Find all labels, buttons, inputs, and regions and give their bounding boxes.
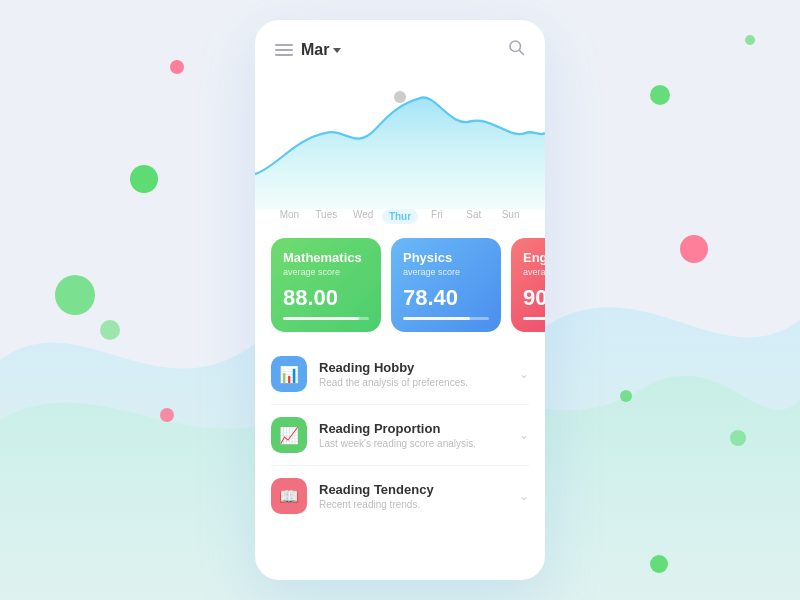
bubble-5 <box>745 35 755 45</box>
score-card-red[interactable]: Eng avera 90. <box>511 238 545 332</box>
list-subtitle-reading-proportion: Last week's reading score analysis. <box>319 438 519 449</box>
score-value-1: 78.40 <box>403 285 489 311</box>
score-bar-2 <box>523 317 545 320</box>
score-avg-label-0: average score <box>283 267 369 277</box>
list-subtitle-reading-hobby: Read the analysis of preferences. <box>319 377 519 388</box>
score-value-2: 90. <box>523 285 545 311</box>
chevron-down-icon <box>333 48 341 53</box>
day-labels: MonTuesWedThurFriSatSun <box>255 209 545 224</box>
list-icon-reading-proportion: 📈 <box>271 417 307 453</box>
day-label-mon[interactable]: Mon <box>271 209 308 224</box>
score-cards: Mathematics average score 88.00 Physics … <box>255 230 545 340</box>
bubble-10 <box>650 555 668 573</box>
score-avg-label-2: avera <box>523 267 545 277</box>
bubble-4 <box>650 85 670 105</box>
list-title-reading-proportion: Reading Proportion <box>319 421 519 436</box>
day-label-fri[interactable]: Fri <box>418 209 455 224</box>
list-icon-reading-tendency: 📖 <box>271 478 307 514</box>
bubble-1 <box>130 165 158 193</box>
month-selector[interactable]: Mar <box>301 41 341 59</box>
list-text-reading-proportion: Reading Proportion Last week's reading s… <box>319 421 519 449</box>
score-value-0: 88.00 <box>283 285 369 311</box>
list-text-reading-hobby: Reading Hobby Read the analysis of prefe… <box>319 360 519 388</box>
list-chevron-reading-hobby: ⌄ <box>519 367 529 381</box>
bubble-9 <box>730 430 746 446</box>
list-chevron-reading-proportion: ⌄ <box>519 428 529 442</box>
list-title-reading-hobby: Reading Hobby <box>319 360 519 375</box>
list-icon-reading-hobby: 📊 <box>271 356 307 392</box>
list-section: 📊 Reading Hobby Read the analysis of pre… <box>255 340 545 580</box>
day-label-sat[interactable]: Sat <box>455 209 492 224</box>
menu-icon[interactable] <box>275 44 293 56</box>
day-label-wed[interactable]: Wed <box>345 209 382 224</box>
score-bar-fill-2 <box>523 317 545 320</box>
score-bar-1 <box>403 317 489 320</box>
chart-dot <box>394 91 406 103</box>
bubble-2 <box>55 275 95 315</box>
score-bar-0 <box>283 317 369 320</box>
list-subtitle-reading-tendency: Recent reading trends. <box>319 499 519 510</box>
phone-card: Mar MonTuesWedThurFriSatSun <box>255 20 545 580</box>
score-subject-2: Eng <box>523 250 545 265</box>
search-button[interactable] <box>507 38 525 61</box>
app-header: Mar <box>255 20 545 69</box>
month-label: Mar <box>301 41 329 59</box>
day-label-sun[interactable]: Sun <box>492 209 529 224</box>
day-label-thur[interactable]: Thur <box>382 209 419 224</box>
list-text-reading-tendency: Reading Tendency Recent reading trends. <box>319 482 519 510</box>
score-avg-label-1: average score <box>403 267 489 277</box>
chart-area <box>255 69 545 209</box>
list-title-reading-tendency: Reading Tendency <box>319 482 519 497</box>
svg-line-1 <box>519 50 523 54</box>
bubble-7 <box>160 408 174 422</box>
score-card-blue[interactable]: Physics average score 78.40 <box>391 238 501 332</box>
score-card-green[interactable]: Mathematics average score 88.00 <box>271 238 381 332</box>
bubble-8 <box>620 390 632 402</box>
day-label-tues[interactable]: Tues <box>308 209 345 224</box>
header-left: Mar <box>275 41 341 59</box>
score-bar-fill-1 <box>403 317 470 320</box>
score-subject-0: Mathematics <box>283 250 369 265</box>
score-bar-fill-0 <box>283 317 359 320</box>
bubble-6 <box>680 235 708 263</box>
score-subject-1: Physics <box>403 250 489 265</box>
list-item-reading-tendency[interactable]: 📖 Reading Tendency Recent reading trends… <box>271 466 529 526</box>
bubble-0 <box>170 60 184 74</box>
bubble-3 <box>100 320 120 340</box>
list-item-reading-hobby[interactable]: 📊 Reading Hobby Read the analysis of pre… <box>271 344 529 405</box>
list-chevron-reading-tendency: ⌄ <box>519 489 529 503</box>
list-item-reading-proportion[interactable]: 📈 Reading Proportion Last week's reading… <box>271 405 529 466</box>
